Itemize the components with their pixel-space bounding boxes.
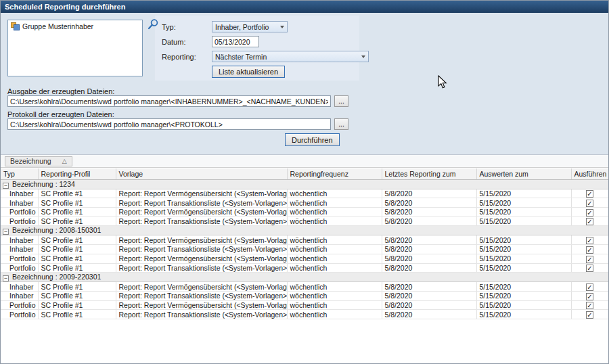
column-header-2[interactable]: Reporting-Profil [38,168,116,179]
protocol-path-input[interactable] [7,118,331,130]
cell-reporting-profil: SC Profile #1 [38,310,116,319]
group-header-label: Bezeichnung : 1234 [12,180,75,188]
cell-ausfuehren: ✓ [571,291,608,300]
ausfuehren-checkbox[interactable]: ✓ [586,190,593,198]
cell-auswerten-zum: 5/15/2020 [476,263,571,273]
cell-vorlage: Report: Report Transaktionsliste (<Syste… [116,217,287,226]
cell-ausfuehren: ✓ [571,189,608,198]
cell-reportingfrequenz: wöchentlich [287,263,382,273]
datum-label: Datum: [162,38,212,46]
datum-input[interactable] [212,36,259,47]
group-list-item[interactable]: Gruppe Musterinhaber [8,20,142,32]
cell-auswerten-zum: 5/15/2020 [476,189,571,198]
group-list-item-label: Gruppe Musterinhaber [22,22,93,30]
ausfuehren-checkbox[interactable]: ✓ [586,283,593,291]
ausfuehren-checkbox[interactable]: ✓ [586,218,593,225]
column-header-5[interactable]: Letztes Reporting zum [382,168,476,179]
cell-vorlage: Report: Report Transaktionsliste (<Syste… [116,310,287,319]
refresh-list-button[interactable]: Liste aktualisieren [212,66,285,78]
cell-letztes-reporting: 5/8/2020 [382,300,476,310]
ausfuehren-checkbox[interactable]: ✓ [586,302,593,309]
report-row[interactable]: InhaberSC Profile #1Report: Report Trans… [1,198,608,208]
ausfuehren-checkbox[interactable]: ✓ [586,265,593,272]
cell-vorlage: Report: Report Transaktionsliste (<Syste… [116,245,287,254]
cell-typ: Portfolio [1,207,38,217]
execute-button[interactable]: Durchführen [285,133,340,146]
ausfuehren-checkbox[interactable]: ✓ [586,293,593,300]
group-header-row[interactable]: −Bezeichnung : 2008-150301 [1,226,608,235]
collapse-group-icon[interactable]: − [3,275,9,281]
ausfuehren-checkbox[interactable]: ✓ [586,246,593,254]
cell-letztes-reporting: 5/8/2020 [382,291,476,300]
group-header-label: Bezeichnung : 2008-150301 [12,226,101,234]
report-row[interactable]: PortfolioSC Profile #1Report: Report Ver… [1,207,608,217]
cell-auswerten-zum: 5/15/2020 [476,217,571,226]
report-row[interactable]: PortfolioSC Profile #1Report: Report Tra… [1,310,608,319]
reporting-combobox[interactable]: Nächster Termin [212,51,369,62]
report-row[interactable]: PortfolioSC Profile #1Report: Report Tra… [1,217,608,226]
window-title: Scheduled Reporting durchführen [5,3,125,11]
cell-reportingfrequenz: wöchentlich [287,198,382,208]
search-icon[interactable] [147,18,159,30]
cell-typ: Inhaber [1,245,38,254]
report-row[interactable]: InhaberSC Profile #1Report: Report Vermö… [1,235,608,245]
cell-vorlage: Report: Report Vermögensübersicht (<Syst… [116,254,287,263]
groupby-chip-bezeichnung[interactable]: Bezeichnung △ [5,156,72,166]
report-row[interactable]: PortfolioSC Profile #1Report: Report Tra… [1,263,608,273]
output-path-label: Ausgabe der erzeugten Dateien: [7,87,114,95]
refresh-row: Liste aktualisieren [162,66,369,77]
cell-ausfuehren: ✓ [571,263,608,273]
report-row[interactable]: InhaberSC Profile #1Report: Report Trans… [1,245,608,254]
cell-auswerten-zum: 5/15/2020 [476,310,571,319]
column-header-7[interactable]: Ausführen [571,168,608,179]
top-panel: Gruppe Musterinhaber Typ: Inhaber, Portf… [1,13,608,155]
report-form: Typ: Inhaber, Portfolio Datum: Reporting… [162,21,369,81]
ausfuehren-checkbox[interactable]: ✓ [586,256,593,263]
window-titlebar: Scheduled Reporting durchführen [1,1,608,13]
cell-vorlage: Report: Report Vermögensübersicht (<Syst… [116,282,287,292]
group-icon [11,22,20,30]
collapse-group-icon[interactable]: − [3,183,9,189]
report-row[interactable]: InhaberSC Profile #1Report: Report Vermö… [1,189,608,198]
cell-vorlage: Report: Report Transaktionsliste (<Syste… [116,263,287,273]
ausfuehren-checkbox[interactable]: ✓ [586,209,593,217]
output-browse-button[interactable]: ... [334,95,348,107]
column-header-1[interactable]: Typ [1,168,38,179]
output-path-input[interactable] [7,95,331,107]
cell-typ: Portfolio [1,300,38,310]
cell-reportingfrequenz: wöchentlich [287,207,382,217]
typ-combobox[interactable]: Inhaber, Portfolio [212,21,288,32]
cell-typ: Inhaber [1,189,38,198]
group-listbox[interactable]: Gruppe Musterinhaber [7,20,143,76]
report-row[interactable]: PortfolioSC Profile #1Report: Report Ver… [1,300,608,310]
group-header-row[interactable]: −Bezeichnung : 1234 [1,179,608,189]
cell-reportingfrequenz: wöchentlich [287,217,382,226]
reporting-label: Reporting: [162,53,212,61]
collapse-group-icon[interactable]: − [3,229,9,235]
cell-ausfuehren: ✓ [571,254,608,263]
cell-letztes-reporting: 5/8/2020 [382,282,476,292]
cell-reporting-profil: SC Profile #1 [38,189,116,198]
cell-auswerten-zum: 5/15/2020 [476,207,571,217]
cell-typ: Inhaber [1,282,38,292]
report-row[interactable]: InhaberSC Profile #1Report: Report Vermö… [1,282,608,292]
cell-typ: Portfolio [1,310,38,319]
chevron-down-icon [280,26,284,28]
column-header-6[interactable]: Auswerten zum [476,168,571,179]
cell-auswerten-zum: 5/15/2020 [476,198,571,208]
column-header-3[interactable]: Vorlage [116,168,287,179]
chevron-down-icon [361,55,365,58]
column-header-4[interactable]: Reportingfrequenz [287,168,382,179]
group-header-row[interactable]: −Bezeichnung : 2009-220301 [1,273,608,282]
cell-ausfuehren: ✓ [571,198,608,208]
cell-ausfuehren: ✓ [571,245,608,254]
cell-reportingfrequenz: wöchentlich [287,291,382,300]
report-row[interactable]: InhaberSC Profile #1Report: Report Trans… [1,291,608,300]
ausfuehren-checkbox[interactable]: ✓ [586,311,593,319]
scheduled-reporting-window: Scheduled Reporting durchführen Gruppe M… [0,0,609,364]
protocol-browse-button[interactable]: ... [334,118,348,130]
cell-letztes-reporting: 5/8/2020 [382,207,476,217]
report-row[interactable]: PortfolioSC Profile #1Report: Report Ver… [1,254,608,263]
ausfuehren-checkbox[interactable]: ✓ [586,200,593,207]
ausfuehren-checkbox[interactable]: ✓ [586,237,593,244]
